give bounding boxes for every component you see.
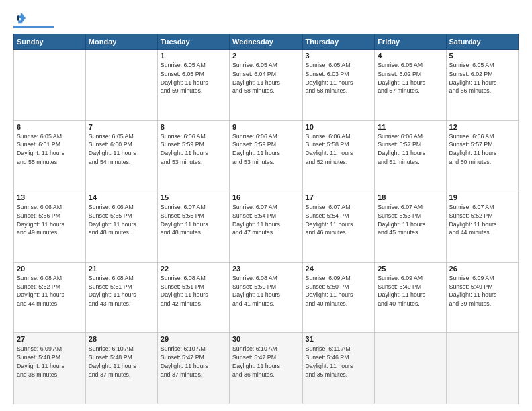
calendar-cell: 15Sunrise: 6:07 AM Sunset: 5:55 PM Dayli… [157,191,229,263]
day-number: 10 [306,123,372,131]
day-info: Sunrise: 6:05 AM Sunset: 6:02 PM Dayligh… [378,61,443,95]
calendar-cell: 19Sunrise: 6:07 AM Sunset: 5:52 PM Dayli… [446,191,518,263]
calendar-week-row: 13Sunrise: 6:06 AM Sunset: 5:56 PM Dayli… [14,191,519,263]
calendar-cell [446,333,518,404]
calendar-cell [85,50,157,121]
calendar-cell: 6Sunrise: 6:05 AM Sunset: 6:01 PM Daylig… [14,120,86,191]
day-info: Sunrise: 6:05 AM Sunset: 6:00 PM Dayligh… [89,132,154,167]
calendar-cell: 4Sunrise: 6:05 AM Sunset: 6:02 PM Daylig… [375,50,446,121]
day-info: Sunrise: 6:08 AM Sunset: 5:52 PM Dayligh… [17,274,83,308]
calendar-cell: 24Sunrise: 6:09 AM Sunset: 5:50 PM Dayli… [302,262,375,333]
calendar-cell: 1Sunrise: 6:05 AM Sunset: 6:05 PM Daylig… [157,50,229,121]
day-number: 15 [161,193,226,201]
day-number: 17 [306,193,372,201]
day-info: Sunrise: 6:10 AM Sunset: 5:47 PM Dayligh… [232,345,300,379]
svg-marker-1 [17,15,19,20]
calendar-cell: 18Sunrise: 6:07 AM Sunset: 5:53 PM Dayli… [375,191,446,263]
day-number: 12 [449,123,515,131]
day-number: 27 [17,335,83,343]
day-info: Sunrise: 6:08 AM Sunset: 5:50 PM Dayligh… [232,274,300,308]
calendar-cell: 20Sunrise: 6:08 AM Sunset: 5:52 PM Dayli… [14,262,86,333]
day-number: 26 [449,265,515,273]
day-info: Sunrise: 6:07 AM Sunset: 5:55 PM Dayligh… [161,203,226,237]
day-info: Sunrise: 6:06 AM Sunset: 5:59 PM Dayligh… [161,132,226,167]
calendar-cell: 27Sunrise: 6:09 AM Sunset: 5:48 PM Dayli… [14,333,86,404]
day-info: Sunrise: 6:06 AM Sunset: 5:55 PM Dayligh… [89,203,154,237]
day-info: Sunrise: 6:06 AM Sunset: 5:57 PM Dayligh… [378,132,443,167]
calendar-cell: 7Sunrise: 6:05 AM Sunset: 6:00 PM Daylig… [85,120,157,191]
day-info: Sunrise: 6:06 AM Sunset: 5:57 PM Dayligh… [449,132,515,167]
day-number: 11 [378,123,443,131]
calendar-cell: 17Sunrise: 6:07 AM Sunset: 5:54 PM Dayli… [302,191,375,263]
day-number: 25 [378,265,443,273]
calendar-week-row: 20Sunrise: 6:08 AM Sunset: 5:52 PM Dayli… [14,262,519,333]
day-number: 14 [89,193,154,201]
day-info: Sunrise: 6:05 AM Sunset: 6:05 PM Dayligh… [161,61,226,95]
calendar-cell: 14Sunrise: 6:06 AM Sunset: 5:55 PM Dayli… [85,191,157,263]
calendar-day-header: Monday [85,34,157,50]
page: SundayMondayTuesdayWednesdayThursdayFrid… [0,0,532,411]
day-number: 2 [232,52,300,60]
day-info: Sunrise: 6:09 AM Sunset: 5:49 PM Dayligh… [378,274,443,308]
day-number: 24 [306,265,372,273]
logo-icon [13,12,26,24]
day-info: Sunrise: 6:05 AM Sunset: 6:03 PM Dayligh… [306,61,372,95]
day-number: 18 [378,193,443,201]
calendar-cell: 28Sunrise: 6:10 AM Sunset: 5:48 PM Dayli… [85,333,157,404]
calendar-cell [14,50,86,121]
calendar-day-header: Thursday [302,34,375,50]
day-info: Sunrise: 6:05 AM Sunset: 6:02 PM Dayligh… [449,61,515,95]
calendar-cell: 26Sunrise: 6:09 AM Sunset: 5:49 PM Dayli… [446,262,518,333]
calendar-day-header: Sunday [14,34,86,50]
day-number: 21 [89,265,154,273]
day-number: 30 [232,335,300,343]
day-number: 3 [306,52,372,60]
day-info: Sunrise: 6:07 AM Sunset: 5:54 PM Dayligh… [306,203,372,237]
day-number: 6 [17,123,83,131]
day-info: Sunrise: 6:09 AM Sunset: 5:48 PM Dayligh… [17,345,83,379]
day-info: Sunrise: 6:09 AM Sunset: 5:49 PM Dayligh… [449,274,515,308]
day-number: 31 [306,335,372,343]
calendar-cell: 29Sunrise: 6:10 AM Sunset: 5:47 PM Dayli… [157,333,229,404]
calendar-cell [375,333,446,404]
day-info: Sunrise: 6:05 AM Sunset: 6:04 PM Dayligh… [232,61,300,95]
day-info: Sunrise: 6:10 AM Sunset: 5:48 PM Dayligh… [89,345,154,379]
calendar-cell: 10Sunrise: 6:06 AM Sunset: 5:58 PM Dayli… [302,120,375,191]
calendar-cell: 31Sunrise: 6:11 AM Sunset: 5:46 PM Dayli… [302,333,375,404]
day-info: Sunrise: 6:09 AM Sunset: 5:50 PM Dayligh… [306,274,372,308]
day-info: Sunrise: 6:05 AM Sunset: 6:01 PM Dayligh… [17,132,83,167]
day-info: Sunrise: 6:06 AM Sunset: 5:58 PM Dayligh… [306,132,372,167]
calendar-cell: 13Sunrise: 6:06 AM Sunset: 5:56 PM Dayli… [14,191,86,263]
day-info: Sunrise: 6:07 AM Sunset: 5:54 PM Dayligh… [232,203,300,237]
calendar-cell: 30Sunrise: 6:10 AM Sunset: 5:47 PM Dayli… [229,333,302,404]
calendar-day-header: Friday [375,34,446,50]
day-info: Sunrise: 6:06 AM Sunset: 5:59 PM Dayligh… [232,132,300,167]
day-info: Sunrise: 6:08 AM Sunset: 5:51 PM Dayligh… [89,274,154,308]
logo [13,12,54,28]
day-number: 22 [161,265,226,273]
day-number: 29 [161,335,226,343]
day-info: Sunrise: 6:11 AM Sunset: 5:46 PM Dayligh… [306,345,372,379]
calendar-cell: 5Sunrise: 6:05 AM Sunset: 6:02 PM Daylig… [446,50,518,121]
header [13,12,519,28]
calendar-day-header: Wednesday [229,34,302,50]
calendar-day-header: Tuesday [157,34,229,50]
day-number: 16 [232,193,300,201]
calendar-cell: 2Sunrise: 6:05 AM Sunset: 6:04 PM Daylig… [229,50,302,121]
day-number: 8 [161,123,226,131]
day-info: Sunrise: 6:07 AM Sunset: 5:53 PM Dayligh… [378,203,443,237]
calendar-day-header: Saturday [446,34,518,50]
day-number: 4 [378,52,443,60]
day-number: 28 [89,335,154,343]
day-number: 19 [449,193,515,201]
calendar-week-row: 27Sunrise: 6:09 AM Sunset: 5:48 PM Dayli… [14,333,519,404]
day-info: Sunrise: 6:06 AM Sunset: 5:56 PM Dayligh… [17,203,83,237]
calendar-cell: 8Sunrise: 6:06 AM Sunset: 5:59 PM Daylig… [157,120,229,191]
calendar-table: SundayMondayTuesdayWednesdayThursdayFrid… [13,34,519,404]
calendar-cell: 23Sunrise: 6:08 AM Sunset: 5:50 PM Dayli… [229,262,302,333]
day-number: 20 [17,265,83,273]
calendar-cell: 11Sunrise: 6:06 AM Sunset: 5:57 PM Dayli… [375,120,446,191]
calendar-week-row: 6Sunrise: 6:05 AM Sunset: 6:01 PM Daylig… [14,120,519,191]
calendar-cell: 12Sunrise: 6:06 AM Sunset: 5:57 PM Dayli… [446,120,518,191]
calendar-cell: 16Sunrise: 6:07 AM Sunset: 5:54 PM Dayli… [229,191,302,263]
